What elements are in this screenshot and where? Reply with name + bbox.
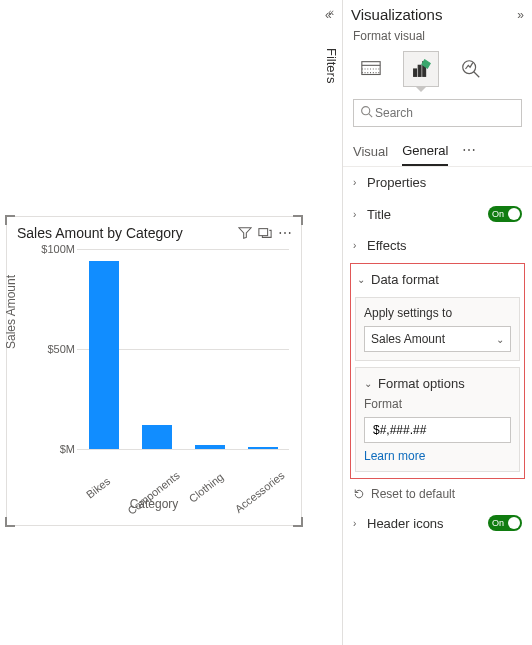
title-toggle[interactable]: On xyxy=(488,206,522,222)
tab-general[interactable]: General xyxy=(402,137,448,166)
chevron-down-icon: ⌄ xyxy=(364,378,378,389)
tab-visual[interactable]: Visual xyxy=(353,138,388,165)
chart-title: Sales Amount by Category xyxy=(17,225,235,241)
y-tick: $M xyxy=(29,443,75,455)
bar[interactable] xyxy=(195,445,225,449)
resize-handle[interactable] xyxy=(5,517,15,527)
report-canvas: « Filters Sales Amount by Category ⋯ Sal… xyxy=(0,0,342,645)
format-sub-tabs: Visual General ⋯ xyxy=(343,133,532,167)
section-properties[interactable]: › Properties xyxy=(343,167,532,198)
chevron-right-icon: › xyxy=(353,240,367,251)
section-data-format[interactable]: ⌄ Data format xyxy=(355,268,520,291)
resize-handle[interactable] xyxy=(5,215,15,225)
chart-visual[interactable]: Sales Amount by Category ⋯ Sales Amount … xyxy=(6,216,302,526)
filter-icon[interactable] xyxy=(235,223,255,243)
apply-settings-select[interactable]: Sales Amount ⌄ xyxy=(364,326,511,352)
format-mode-tabs xyxy=(343,47,532,87)
resize-handle[interactable] xyxy=(293,517,303,527)
format-label: Format xyxy=(364,397,511,411)
x-axis-ticks: BikesComponentsClothingAccessories xyxy=(77,451,289,463)
chevron-right-icon: › xyxy=(353,518,367,529)
more-tabs-icon[interactable]: ⋯ xyxy=(462,142,476,162)
resize-handle[interactable] xyxy=(293,215,303,225)
reset-icon xyxy=(353,488,365,500)
bar-slot xyxy=(77,249,130,449)
y-tick: $100M xyxy=(29,243,75,255)
build-visual-tab[interactable] xyxy=(353,51,389,87)
apply-settings-card: Apply settings to Sales Amount ⌄ xyxy=(355,297,520,361)
chart-plot: Sales Amount $100M $50M $M xyxy=(15,249,293,449)
focus-mode-icon[interactable] xyxy=(255,223,275,243)
bar[interactable] xyxy=(89,261,119,449)
section-title[interactable]: › Title On xyxy=(343,198,532,230)
more-options-icon[interactable]: ⋯ xyxy=(275,223,295,243)
format-input-box[interactable] xyxy=(364,417,511,443)
bar-slot xyxy=(183,249,236,449)
bar[interactable] xyxy=(142,425,172,449)
search-icon xyxy=(360,105,373,121)
svg-point-8 xyxy=(463,61,476,74)
section-header-icons[interactable]: › Header icons On xyxy=(343,507,532,539)
pane-subtitle: Format visual xyxy=(343,29,532,47)
apply-settings-label: Apply settings to xyxy=(364,306,511,320)
format-visual-tab[interactable] xyxy=(403,51,439,87)
search-box[interactable] xyxy=(353,99,522,127)
format-options-card: ⌄ Format options Format Learn more xyxy=(355,367,520,472)
chevron-right-icon: › xyxy=(353,209,367,220)
visual-header: Sales Amount by Category ⋯ xyxy=(7,217,301,245)
y-axis-label: Sales Amount xyxy=(4,275,18,349)
header-icons-toggle[interactable]: On xyxy=(488,515,522,531)
section-format-options[interactable]: ⌄ Format options xyxy=(364,376,511,397)
learn-more-link[interactable]: Learn more xyxy=(364,449,425,463)
svg-point-10 xyxy=(362,107,370,115)
y-axis: $100M $50M $M xyxy=(29,249,75,449)
bar[interactable] xyxy=(248,447,278,449)
chevron-right-icon: › xyxy=(353,177,367,188)
svg-rect-5 xyxy=(414,69,417,76)
svg-line-9 xyxy=(474,72,480,78)
visualizations-pane: « Visualizations » Format visual Visual … xyxy=(342,0,532,645)
collapse-pane-icon[interactable]: « xyxy=(325,8,332,22)
search-input[interactable] xyxy=(373,105,527,121)
pane-title: Visualizations xyxy=(351,6,517,23)
chevron-down-icon: ⌄ xyxy=(496,334,504,345)
section-effects[interactable]: › Effects xyxy=(343,230,532,261)
svg-rect-0 xyxy=(259,229,268,236)
format-input[interactable] xyxy=(371,422,504,438)
filters-label: Filters xyxy=(324,48,339,83)
reset-to-default[interactable]: Reset to default xyxy=(343,481,532,507)
svg-line-11 xyxy=(369,114,372,117)
apply-settings-value: Sales Amount xyxy=(371,332,445,346)
bar-slot xyxy=(236,249,289,449)
bar-slot xyxy=(130,249,183,449)
expand-pane-icon[interactable]: » xyxy=(517,8,524,22)
chevron-down-icon: ⌄ xyxy=(357,274,371,285)
bars xyxy=(77,249,289,449)
y-tick: $50M xyxy=(29,343,75,355)
data-format-highlight: ⌄ Data format Apply settings to Sales Am… xyxy=(350,263,525,479)
svg-rect-6 xyxy=(418,65,421,76)
analytics-tab[interactable] xyxy=(453,51,489,87)
